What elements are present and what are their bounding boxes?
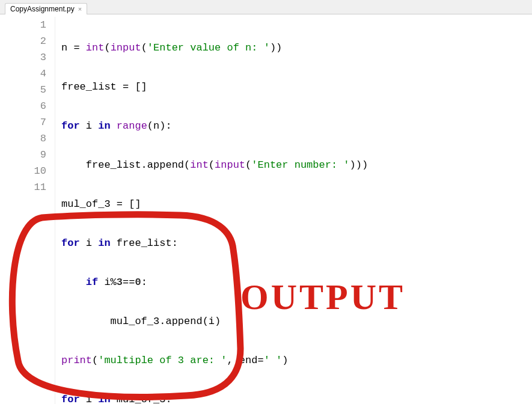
line-number: 7 [0, 114, 46, 130]
line-number: 11 [0, 179, 46, 195]
code-area[interactable]: n = int(input('Enter value of n: ')) fre… [55, 17, 368, 404]
code-editor[interactable]: 1 2 3 4 5 6 7 8 9 10 11 n = int(input('E… [0, 14, 532, 404]
code-line: for i in free_list: [61, 235, 368, 251]
code-line: for i in mul_of_3: [61, 391, 368, 404]
editor-tab-bar: CopyAssignment.py × [0, 0, 532, 14]
code-line: mul_of_3 = [] [61, 196, 368, 212]
code-line: n = int(input('Enter value of n: ')) [61, 40, 368, 56]
code-line: free_list = [] [61, 79, 368, 95]
line-number: 8 [0, 130, 46, 147]
annotation-output-label: OUTPUT [240, 277, 405, 318]
line-number: 10 [0, 163, 46, 179]
code-line: for i in range(n): [61, 118, 368, 134]
line-number: 1 [0, 17, 46, 33]
code-line: free_list.append(int(input('Enter number… [61, 157, 368, 173]
editor-tab-label: CopyAssignment.py [10, 5, 75, 13]
editor-tab[interactable]: CopyAssignment.py × [5, 3, 87, 14]
line-number: 4 [0, 66, 46, 82]
line-number: 5 [0, 82, 46, 98]
line-number: 6 [0, 98, 46, 114]
code-line: print('multiple of 3 are: ', end=' ') [61, 352, 368, 369]
line-number: 3 [0, 49, 46, 66]
line-number: 9 [0, 147, 46, 163]
line-number: 2 [0, 33, 46, 49]
line-number-gutter: 1 2 3 4 5 6 7 8 9 10 11 [0, 17, 55, 404]
close-icon[interactable]: × [78, 5, 82, 13]
